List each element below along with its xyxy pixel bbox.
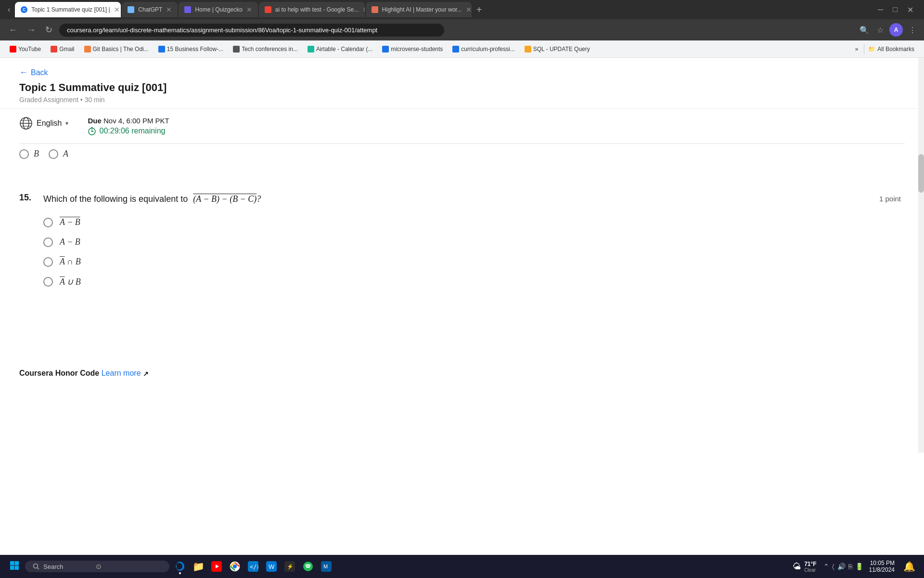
tab-favicon-5 [372,6,378,13]
back-nav-button[interactable]: ← [6,23,20,37]
tab-favicon-2 [128,6,134,13]
airtable-favicon [308,46,314,53]
question-content: 15. Which of the following is equivalent… [19,193,875,206]
timer-text: 00:29:06 remaining [99,127,165,135]
tab-bar: ‹ C Topic 1 Summative quiz [001] | ✕ Cha… [0,0,924,19]
bookmark-airtable[interactable]: Airtable - Calendar (... [304,44,376,54]
answer-text-4: A ∪ B [60,276,81,287]
tab-highlight[interactable]: Highlight AI | Master your wor... ✕ [366,2,472,17]
scrollbar-track [918,58,924,453]
prev-option-b: B [19,149,39,159]
tab-close-5[interactable]: ✕ [466,6,472,13]
question-math-expr: (A − B) − (B − C)? [193,194,261,204]
gmail-favicon [51,46,57,53]
tab-close-2[interactable]: ✕ [166,6,172,13]
radio-a[interactable] [49,149,58,159]
radio-option-2[interactable] [43,237,53,247]
question-number: 15. [19,193,38,203]
language-label: English [37,119,62,128]
scrollbar-thumb[interactable] [918,154,924,193]
bookmarks-overflow[interactable]: » [851,44,862,54]
microverse-favicon [382,46,389,53]
zoom-icon[interactable]: 🔍 [858,23,871,37]
question-text: Which of the following is equivalent to … [43,193,261,206]
browser-chrome: ‹ C Topic 1 Summative quiz [001] | ✕ Cha… [0,0,924,453]
bookmark-tech-label: Tech conferences in... [242,46,298,53]
bookmark-business[interactable]: 15 Business Follow-... [154,44,227,54]
refresh-button[interactable]: ↻ [42,23,55,37]
radio-option-1[interactable] [43,218,53,227]
back-label: Back [31,68,48,77]
learn-more-link[interactable]: Learn more [102,369,143,377]
bookmark-microverse[interactable]: microverse-students [378,44,447,54]
minimize-button[interactable]: ─ [875,3,886,16]
prev-option-a: A [49,149,68,159]
points-badge: 1 point [875,193,905,205]
window-controls: ─ □ ✕ [871,3,920,16]
tab-active[interactable]: C Topic 1 Summative quiz [001] | ✕ [15,2,121,17]
tab-close-btn[interactable]: ✕ [114,6,120,13]
extensions-icon[interactable]: ⋮ [907,23,918,37]
tab-label-4: ai to help with test - Google Se... [275,6,359,13]
honor-code-section: Coursera Honor Code Learn more ↗ [0,355,924,392]
new-tab-button[interactable]: + [473,4,486,15]
tab-chatgpt[interactable]: ChatGPT ✕ [122,2,178,17]
answer-choice-3: A ∩ B [43,257,905,267]
back-arrow-icon: ← [19,67,28,78]
all-bookmarks-btn[interactable]: 📁 All Bookmarks [864,44,918,54]
bookmark-git-label: Git Basics | The Odi... [93,46,149,53]
lang-timer-row: English ▾ Due Nov 4, 6:00 PM PKT 00:29:0… [0,109,924,143]
git-favicon [84,46,91,53]
question-row: 15. Which of the following is equivalent… [19,193,905,206]
external-link-icon: ↗ [143,370,149,378]
answer-choice-1: A − B [43,217,905,227]
curriculum-favicon [452,46,459,53]
bookmark-star-icon[interactable]: ☆ [875,23,886,37]
tab-scroll-prev[interactable]: ‹ [4,3,14,16]
folder-icon: 📁 [868,46,875,53]
bookmark-curriculum[interactable]: curriculum-professi... [449,44,518,54]
language-selector[interactable]: English ▾ [19,117,68,130]
option-a-text: A [63,149,68,159]
forward-nav-button[interactable]: → [24,23,38,37]
bookmark-sql[interactable]: SQL - UPDATE Query [521,44,594,54]
tech-favicon [233,46,240,53]
bookmark-gmail-label: Gmail [59,46,74,53]
youtube-favicon [10,46,16,53]
bookmark-microverse-label: microverse-students [391,46,443,53]
business-favicon [158,46,165,53]
tab-favicon-4 [265,6,271,13]
chevron-down-icon: ▾ [65,120,68,127]
tab-label-5: Highlight AI | Master your wor... [382,6,462,13]
bookmark-curriculum-label: curriculum-professi... [461,46,514,53]
bookmark-sql-label: SQL - UPDATE Query [533,46,590,53]
radio-option-4[interactable] [43,277,53,287]
bookmark-youtube-label: YouTube [18,46,41,53]
profile-avatar[interactable]: A [889,23,903,37]
quiz-header: ← Back Topic 1 Summative quiz [001] Grad… [0,58,924,109]
quiz-meta: Graded Assignment • 30 min [19,96,905,104]
bookmark-tech[interactable]: Tech conferences in... [229,44,302,54]
tab-close-4[interactable]: ✕ [362,6,365,13]
answer-choice-2: A − B [43,237,905,247]
tab-close-3[interactable]: ✕ [246,6,252,13]
answer-text-3: A ∩ B [60,257,81,267]
option-b-text: B [34,149,39,159]
honor-code-text: Coursera Honor Code [19,369,99,377]
bookmark-gmail[interactable]: Gmail [47,44,78,54]
close-window-button[interactable]: ✕ [904,3,916,16]
tab-quizgecko[interactable]: Home | Quizgecko ✕ [179,2,258,17]
maximize-button[interactable]: □ [890,3,900,16]
globe-icon [19,117,33,130]
previous-answer-area: B A [0,144,924,169]
back-link[interactable]: ← Back [19,67,48,78]
url-input[interactable] [59,24,444,37]
question-intro: Which of the following is equivalent to [43,194,188,204]
bookmark-youtube[interactable]: YouTube [6,44,45,54]
radio-b[interactable] [19,149,29,159]
tab-label: Topic 1 Summative quiz [001] | [31,6,110,13]
tab-google[interactable]: ai to help with test - Google Se... ✕ [259,2,365,17]
radio-option-3[interactable] [43,257,53,267]
answer-text-2: A − B [60,237,80,247]
bookmark-git[interactable]: Git Basics | The Odi... [80,44,153,54]
